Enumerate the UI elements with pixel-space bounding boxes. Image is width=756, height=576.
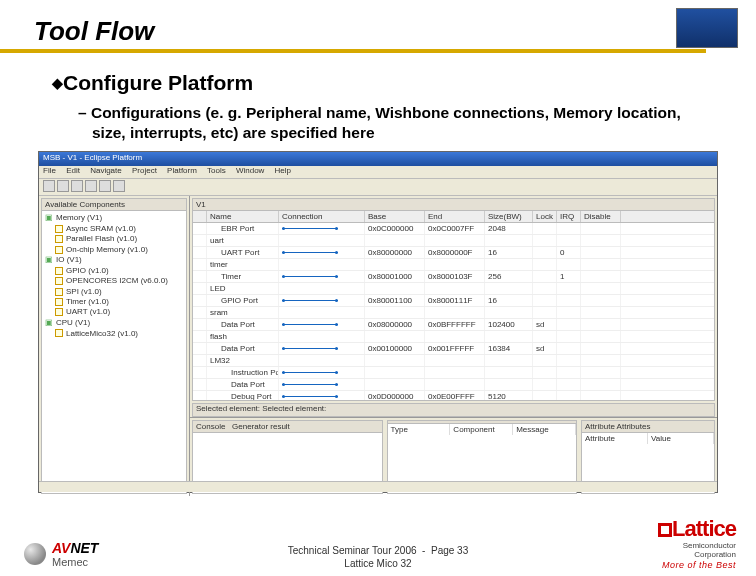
tree-node[interactable]: Memory (V1) (45, 213, 183, 224)
toolbar-button[interactable] (99, 180, 111, 192)
col-end: End (425, 211, 485, 222)
table-row[interactable]: Data Port0x080000000x0BFFFFFF102400sd (193, 319, 714, 331)
grid-body: EBR Port0x0C0000000x0C0007FF2048uartUART… (193, 223, 714, 401)
tree-node[interactable]: Parallel Flash (v1.0) (45, 234, 183, 244)
toolbar-button[interactable] (57, 180, 69, 192)
lattice-logo: Lattice Semiconductor Corporation More o… (657, 516, 736, 570)
slide-footer: Technical Seminar Tour 2006 - Page 33 La… (0, 544, 756, 570)
col-base: Base (365, 211, 425, 222)
col-disable: Disable (581, 211, 621, 222)
screenshot-ide: MSB - V1 - Eclipse Platform File Edit Na… (38, 151, 718, 493)
table-row[interactable]: uart (193, 235, 714, 247)
table-row[interactable]: LM32 (193, 355, 714, 367)
col-value: Value (648, 433, 714, 444)
status-bar (39, 481, 717, 492)
table-row[interactable]: Data Port0x001000000x001FFFFF16384sd (193, 343, 714, 355)
tab-console[interactable]: Console (196, 422, 225, 431)
tab-generator[interactable]: Generator result (232, 422, 290, 431)
bullet-1: Configure Platform (52, 71, 716, 95)
toolbar-button[interactable] (71, 180, 83, 192)
table-row[interactable]: flash (193, 331, 714, 343)
table-row[interactable]: Timer0x800010000x8000103F2561 (193, 271, 714, 283)
table-row[interactable]: UART Port0x800000000x8000000F160 (193, 247, 714, 259)
col-irq: IRQ (557, 211, 581, 222)
sphere-icon (24, 543, 46, 565)
table-row[interactable]: Instruction Port (193, 367, 714, 379)
toolbar-button[interactable] (113, 180, 125, 192)
col-type: Type (388, 424, 451, 435)
menu-help[interactable]: Help (275, 166, 291, 175)
menu-tools[interactable]: Tools (207, 166, 226, 175)
col-lock: Lock (533, 211, 557, 222)
corner-logo (676, 8, 738, 48)
available-components-panel: Available Components Memory (V1) Async S… (41, 198, 187, 494)
toolbar-button[interactable] (43, 180, 55, 192)
tree-node[interactable]: LatticeMico32 (v1.0) (45, 329, 183, 339)
table-row[interactable]: Data Port (193, 379, 714, 391)
table-row[interactable]: sram (193, 307, 714, 319)
bullet-1-sub: Configurations (e. g. Peripheral name, W… (78, 103, 716, 143)
tree-node[interactable]: Timer (v1.0) (45, 297, 183, 307)
window-titlebar: MSB - V1 - Eclipse Platform (39, 152, 717, 166)
tree-node[interactable]: On-chip Memory (v1.0) (45, 245, 183, 255)
tree-node[interactable]: CPU (V1) (45, 318, 183, 329)
selected-elements-bar: Selected element: Selected element: (192, 403, 715, 417)
table-row[interactable]: GPIO Port0x800011000x8000111F16 (193, 295, 714, 307)
table-row[interactable]: timer (193, 259, 714, 271)
tree-node[interactable]: GPIO (v1.0) (45, 266, 183, 276)
menu-platform[interactable]: Platform (167, 166, 197, 175)
tree-node[interactable]: Async SRAM (v1.0) (45, 224, 183, 234)
tree-node[interactable]: OPENCORES I2CM (v6.0.0) (45, 276, 183, 286)
menu-navigate[interactable]: Navigate (90, 166, 122, 175)
table-row[interactable]: Debug Port0x0D0000000x0E00FFFF5120 (193, 391, 714, 401)
col-conn: Connection (279, 211, 365, 222)
menubar: File Edit Navigate Project Platform Tool… (39, 166, 717, 179)
panel-title: Available Components (42, 199, 186, 211)
menu-edit[interactable]: Edit (66, 166, 80, 175)
tree-node[interactable]: SPI (v1.0) (45, 287, 183, 297)
attr-title: Attribute Attributes (582, 421, 714, 433)
toolbar-button[interactable] (85, 180, 97, 192)
col-size: Size(BW) (485, 211, 533, 222)
grid-header: Name Connection Base End Size(BW) Lock I… (193, 211, 714, 223)
tree-node[interactable]: UART (v1.0) (45, 307, 183, 317)
menu-project[interactable]: Project (132, 166, 157, 175)
table-row[interactable]: LED (193, 283, 714, 295)
col-component: Component (450, 424, 513, 435)
menu-window[interactable]: Window (236, 166, 264, 175)
col-name: Name (207, 211, 279, 222)
col-attr: Attribute (582, 433, 648, 444)
toolbar (39, 179, 717, 196)
menu-file[interactable]: File (43, 166, 56, 175)
avnet-logo: AVNETMemec (24, 540, 98, 568)
slide-title: Tool Flow (0, 16, 706, 53)
table-row[interactable]: EBR Port0x0C0000000x0C0007FF2048 (193, 223, 714, 235)
editor-tab[interactable]: V1 (193, 199, 714, 211)
col-message: Message (513, 424, 576, 435)
component-tree[interactable]: Memory (V1) Async SRAM (v1.0) Parallel F… (42, 211, 186, 341)
platform-grid: V1 Name Connection Base End Size(BW) Loc… (192, 198, 715, 401)
square-icon (658, 523, 672, 537)
tree-node[interactable]: IO (V1) (45, 255, 183, 266)
